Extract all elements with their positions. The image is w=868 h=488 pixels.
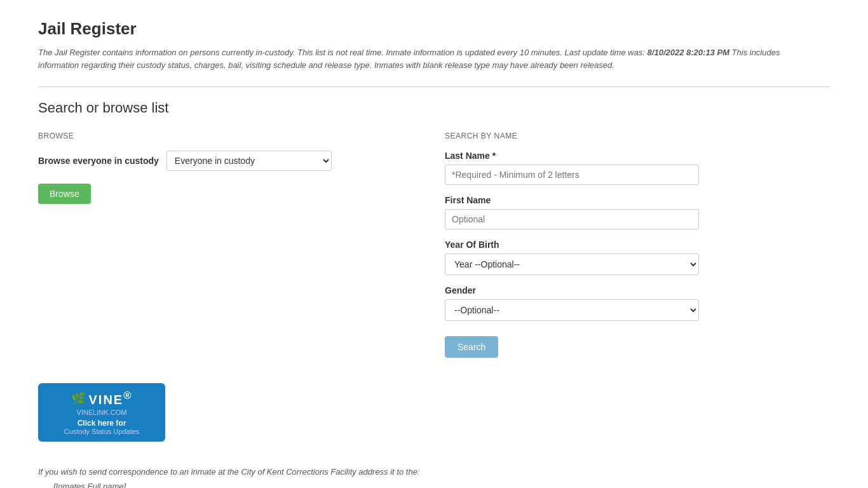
year-of-birth-dropdown[interactable]: Year --Optional--: [445, 254, 699, 275]
first-name-group: First Name: [445, 195, 699, 229]
search-button[interactable]: Search: [445, 336, 498, 358]
divider: [38, 86, 830, 87]
intro-text: The Jail Register contains information o…: [38, 46, 788, 71]
browse-row: Browse everyone in custody Everyone in c…: [38, 151, 419, 171]
browse-dropdown[interactable]: Everyone in custody: [166, 151, 332, 171]
vine-leaf-icon: 🌿: [71, 391, 85, 405]
search-section: SEARCH BY NAME Last Name * First Name Ye…: [445, 132, 699, 358]
vine-banner[interactable]: 🌿 VINE® VINELINK.COM Click here for Cust…: [38, 383, 165, 442]
gender-group: Gender --Optional-- Male Female: [445, 285, 699, 321]
vine-registered: ®: [123, 390, 132, 402]
footer-text: If you wish to send correspondence to an…: [38, 464, 830, 488]
last-name-group: Last Name *: [445, 151, 699, 185]
search-layout: BROWSE Browse everyone in custody Everyo…: [38, 132, 830, 358]
last-name-input[interactable]: [445, 165, 699, 185]
page-title: Jail Register: [38, 19, 830, 39]
browse-field-label: Browse everyone in custody: [38, 156, 159, 166]
first-name-label: First Name: [445, 195, 699, 205]
vine-logo-line: 🌿 VINE®: [47, 390, 156, 407]
browse-button[interactable]: Browse: [38, 184, 91, 204]
footer-address: [Inmates Full name] 1230 South Central A…: [53, 479, 830, 488]
year-of-birth-group: Year Of Birth Year --Optional--: [445, 240, 699, 275]
update-time: 8/10/2022 8:20:13 PM: [648, 48, 729, 57]
first-name-input[interactable]: [445, 209, 699, 229]
last-name-label: Last Name *: [445, 151, 699, 161]
gender-dropdown[interactable]: --Optional-- Male Female: [445, 299, 699, 321]
vine-title: VINE®: [89, 390, 133, 407]
vine-click-text: Click here for: [47, 419, 156, 428]
footer-line1: If you wish to send correspondence to an…: [38, 464, 830, 479]
year-of-birth-label: Year Of Birth: [445, 240, 699, 250]
gender-label: Gender: [445, 285, 699, 295]
search-section-label: SEARCH BY NAME: [445, 132, 699, 140]
section-title: Search or browse list: [38, 100, 830, 116]
browse-section: BROWSE Browse everyone in custody Everyo…: [38, 132, 419, 204]
vine-subtitle: Custody Status Updates: [47, 428, 156, 435]
vine-url: VINELINK.COM: [47, 409, 156, 416]
browse-section-label: BROWSE: [38, 132, 419, 140]
footer-line2: [Inmates Full name]: [53, 479, 830, 488]
